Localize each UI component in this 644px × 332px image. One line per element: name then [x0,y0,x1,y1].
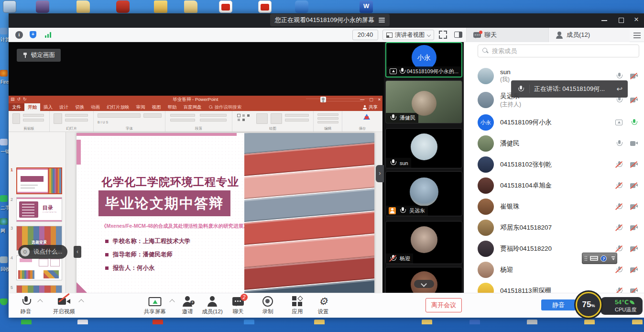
member-search[interactable] [478,44,639,57]
maximize-button[interactable] [619,18,624,23]
mic-icon[interactable] [615,140,623,148]
ribbon-group-font[interactable]: B I U S 字体 [94,111,165,132]
slide-thumbnail[interactable]: 目录 CONTENTS [16,197,62,222]
computer-icon[interactable] [3,0,16,13]
desktop-item[interactable]: hp LJ1020... [506,318,558,332]
slide-thumbnail[interactable] [16,255,62,280]
ime-controls[interactable] [611,256,615,260]
pdf-icon[interactable] [219,0,232,13]
camera-off-icon[interactable] [630,224,638,232]
emoji-icon[interactable]: ☺ [21,247,30,256]
tab-chat[interactable]: 聊天 [466,28,548,42]
settings-button[interactable]: ⚙ 设置 [308,296,338,315]
desktop-icon-label[interactable]: 二手 [0,205,9,211]
find-button[interactable] [317,113,338,116]
camera-off-icon[interactable] [630,203,638,211]
desktop-item[interactable]: 研究生复试- [448,318,501,332]
leave-meeting-button[interactable]: 离开会议 [426,298,462,312]
tab-view[interactable]: 视图 [149,103,164,111]
share-screen-button[interactable]: 共享屏幕 [140,296,170,315]
desktop-item[interactable]: 360杀毒 [0,318,53,332]
tab-baidu-pan[interactable]: 百度网盘 [180,103,205,111]
member-row[interactable]: 崔银珠 [464,196,644,217]
panel-menu-icon[interactable] [633,33,641,33]
mic-active-icon[interactable] [630,119,638,127]
screen-share-icon[interactable] [615,119,623,127]
folder-icon[interactable] [76,0,90,13]
member-row[interactable]: 潘健民 [464,133,644,154]
meeting-info-icon[interactable]: i [15,31,23,39]
record-button[interactable]: 录制 [252,296,283,315]
video-options-chevron[interactable] [78,299,84,304]
desktop-icon-label[interactable]: 网 [0,228,5,234]
account-avatar[interactable] [320,97,326,102]
camera-off-icon[interactable] [630,96,638,104]
desktop-item[interactable]: Origin70 - [56,318,109,332]
tab-insert[interactable]: 插入 [40,103,56,111]
video-tile[interactable]: 小永 041518109何小永的... [385,42,462,77]
mic-off-icon[interactable] [615,161,623,169]
word-icon[interactable] [360,0,373,13]
camera-off-icon[interactable] [630,182,638,190]
keyboard-icon[interactable] [590,256,598,261]
mute-button[interactable]: 静音 [11,296,41,315]
search-input[interactable] [492,47,626,55]
mic-off-icon[interactable] [615,245,623,253]
tab-home[interactable]: 开始 [24,103,40,111]
danmaku-input[interactable]: ☺ 说点什么... [18,245,67,259]
folder-icon[interactable] [184,0,197,13]
security-shield-icon[interactable] [30,31,36,38]
video-strip-collapse-handle[interactable]: › [376,165,384,182]
member-row[interactable]: 邓居东041518207 [464,217,644,238]
drag-grip-icon[interactable] [584,255,588,261]
mic-off-icon[interactable] [615,266,623,274]
camera-icon[interactable] [630,140,638,148]
tab-transitions[interactable]: 切换 [72,103,87,111]
tab-members[interactable]: 成员(12) [548,28,630,42]
member-row[interactable]: 小永 041518109何小永 [464,112,644,133]
new-slide-button[interactable] [54,113,62,124]
firefox-icon[interactable] [0,70,8,77]
camera-off-icon[interactable] [630,266,638,274]
game-app-icon[interactable] [36,0,49,13]
font-size-box[interactable] [143,113,162,118]
font-style-buttons[interactable]: B I U S [98,121,108,124]
ppt-window-controls[interactable]: —▢× [360,97,381,102]
open-folder-icon[interactable] [154,0,167,13]
ribbon-group-paragraph[interactable]: 段落 [165,111,232,132]
camera-off-icon[interactable] [630,161,638,169]
ribbon-group-drawing[interactable]: 绘图 [232,111,314,132]
video-tile[interactable]: 杨迎 [385,221,462,264]
video-tile[interactable]: 吴远东 [385,171,462,216]
slide-editing-area[interactable]: 化学化工学院环境工程专业 毕业论文期中答辩 《Mxenes/Fe-MCM-48的… [66,132,382,302]
mic-off-icon[interactable] [615,224,623,232]
cpu-usage-gauge[interactable]: 75% [576,292,601,318]
network-icon[interactable] [0,218,8,225]
scroll-down-button[interactable] [414,280,434,288]
mic-off-icon[interactable] [615,182,623,190]
red-app-icon[interactable] [116,0,130,13]
close-button[interactable]: × [634,15,639,24]
replace-button[interactable] [317,117,338,120]
pin-screen-button[interactable]: 锁定画面 [17,49,61,62]
camera-off-icon[interactable] [630,72,638,80]
tab-design[interactable]: 设计 [56,103,72,111]
ribbon-group-editing[interactable]: 编辑 [314,111,342,132]
help-icon[interactable]: ? [600,255,607,262]
ribbon-group-clipboard[interactable]: 剪贴板 [9,111,50,132]
desktop-item[interactable]: 1 [401,318,453,332]
banner-menu-icon[interactable] [379,20,385,21]
shield-icon[interactable] [0,299,8,305]
select-button[interactable] [317,121,338,123]
view-mode-dropdown[interactable]: 演讲者视图 [382,30,434,40]
slide-thumbnail[interactable] [16,167,62,194]
reply-arrow-icon[interactable]: ↩ [616,85,622,93]
paste-button[interactable] [12,113,20,124]
tab-review[interactable]: 审阅 [133,103,149,111]
network-signal-icon[interactable] [45,32,53,38]
window-icon[interactable] [0,28,8,34]
slide-thumbnail-panel[interactable]: 1 2 目录 [9,132,66,302]
side-panel-toggle[interactable] [454,32,462,38]
start-video-button[interactable]: 开启视频 [49,296,79,315]
desktop-item[interactable]: 腾讯视频 [223,318,275,332]
